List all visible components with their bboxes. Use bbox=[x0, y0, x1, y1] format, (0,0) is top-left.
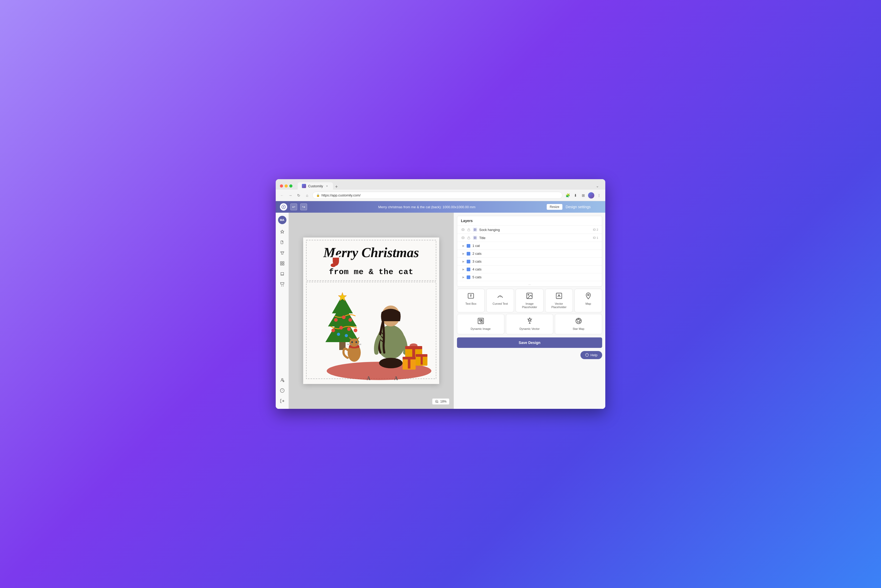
grid-icon[interactable] bbox=[278, 259, 287, 268]
undo-button[interactable]: ↩ bbox=[290, 204, 297, 210]
design-title: Merry christmas from me & the cat (back)… bbox=[310, 205, 543, 209]
tab-favicon bbox=[302, 184, 306, 188]
visibility-eye-icon-title[interactable] bbox=[461, 236, 465, 240]
svg-point-64 bbox=[461, 229, 465, 231]
svg-rect-82 bbox=[481, 321, 482, 322]
layer-item-1cat[interactable]: ▶ 1 cat bbox=[457, 242, 602, 250]
layer-item-sock-hanging[interactable]: Sock hanging ID 2 bbox=[457, 226, 602, 234]
svg-rect-62 bbox=[408, 357, 410, 369]
menu-icon[interactable]: ⋮ bbox=[596, 192, 602, 198]
expand-chevron-5cats[interactable]: ▶ bbox=[462, 276, 465, 279]
help-button-icon bbox=[585, 353, 589, 357]
dynamic-image-tool[interactable]: Dynamic Image bbox=[457, 314, 504, 334]
help-button[interactable]: Help bbox=[581, 351, 602, 359]
layer-name-3cats: 3 cats bbox=[473, 260, 598, 263]
star-map-icon bbox=[575, 317, 582, 326]
back-button[interactable]: ← bbox=[279, 192, 285, 198]
svg-rect-59 bbox=[420, 354, 423, 364]
minimize-traffic-light[interactable] bbox=[285, 184, 288, 188]
url-input[interactable] bbox=[321, 193, 558, 197]
layer-item-5cats[interactable]: ▶ 5 cats bbox=[457, 273, 602, 281]
user-avatar[interactable]: MA bbox=[278, 216, 287, 224]
close-traffic-light[interactable] bbox=[280, 184, 283, 188]
layer-name-5cats: 5 cats bbox=[473, 275, 598, 279]
svg-point-52 bbox=[379, 358, 402, 368]
lock-icon-title[interactable] bbox=[467, 236, 471, 240]
extensions-icon[interactable]: 🧩 bbox=[564, 192, 571, 198]
map-tool[interactable]: Map bbox=[575, 289, 602, 312]
app-container: ↩ ↪ Merry christmas from me & the cat (b… bbox=[276, 201, 605, 409]
svg-text:from me & the cat: from me & the cat bbox=[329, 268, 413, 276]
shop-icon[interactable] bbox=[278, 280, 287, 289]
lock-icon[interactable] bbox=[467, 228, 471, 232]
expand-chevron-4cats[interactable]: ▶ bbox=[462, 268, 465, 271]
refresh-button[interactable]: ↻ bbox=[296, 192, 302, 198]
folder-icon-3cats bbox=[467, 260, 470, 263]
layer-item-3cats[interactable]: ▶ 3 cats bbox=[457, 258, 602, 266]
layer-name-4cats: 4 cats bbox=[473, 267, 598, 271]
map-label: Map bbox=[585, 302, 591, 306]
svg-text:T: T bbox=[500, 296, 501, 298]
app-topbar: ↩ ↪ Merry christmas from me & the cat (b… bbox=[276, 201, 605, 213]
svg-line-90 bbox=[577, 319, 579, 320]
browser-toolbar-right: 🧩 ⬇ ⊞ ⋮ bbox=[564, 192, 602, 198]
help-circle-icon[interactable] bbox=[278, 386, 287, 395]
svg-point-7 bbox=[283, 286, 284, 286]
layer-item-2cats[interactable]: ▶ 2 cats bbox=[457, 250, 602, 258]
svg-point-40 bbox=[350, 339, 359, 347]
dynamic-image-icon bbox=[477, 317, 485, 326]
svg-rect-5 bbox=[282, 264, 284, 265]
help-btn-container: Help bbox=[454, 351, 605, 362]
map-icon bbox=[585, 292, 592, 300]
curved-text-tool[interactable]: T Curved Text bbox=[486, 289, 514, 312]
home-button[interactable]: ⌂ bbox=[304, 192, 310, 198]
svg-point-65 bbox=[462, 229, 464, 230]
image-placeholder-tool[interactable]: Image Placeholder bbox=[516, 289, 543, 312]
svg-point-8 bbox=[281, 378, 283, 380]
expand-chevron-2cats[interactable]: ▶ bbox=[462, 252, 465, 255]
layer-image-icon-title bbox=[473, 236, 477, 240]
user-settings-icon[interactable] bbox=[278, 375, 287, 385]
profile-avatar[interactable] bbox=[588, 192, 594, 198]
dynamic-vector-tool[interactable]: Dynamic Vector bbox=[506, 314, 553, 334]
book-icon[interactable] bbox=[278, 269, 287, 279]
text-box-label: Text Box bbox=[465, 302, 476, 306]
svg-point-43 bbox=[351, 341, 353, 343]
maximize-traffic-light[interactable] bbox=[289, 184, 293, 188]
redo-button[interactable]: ↪ bbox=[300, 204, 307, 210]
split-screen-icon[interactable]: ⊞ bbox=[580, 192, 587, 198]
text-box-tool[interactable]: Text Box bbox=[457, 289, 485, 312]
svg-point-56 bbox=[410, 344, 417, 348]
browser-window: Customily × + ⌄ ← → ↻ ⌂ 🔒 🧩 ⬇ ⊞ ⋮ bbox=[276, 179, 605, 409]
forward-button[interactable]: → bbox=[287, 192, 294, 198]
expand-chevron-3cats[interactable]: ▶ bbox=[462, 260, 465, 263]
svg-point-44 bbox=[356, 341, 357, 343]
resize-button[interactable]: Resize bbox=[547, 204, 563, 210]
svg-point-28 bbox=[334, 318, 338, 322]
zoom-level: 18% bbox=[440, 400, 447, 404]
canvas-wrapper[interactable]: Merry Christmas bbox=[303, 237, 439, 384]
vector-placeholder-tool[interactable]: Vector Placeholder bbox=[545, 289, 573, 312]
layer-name-1cat: 1 cat bbox=[473, 244, 598, 248]
active-tab[interactable]: Customily × bbox=[298, 182, 333, 190]
svg-point-9 bbox=[283, 381, 284, 382]
zoom-indicator: 18% bbox=[432, 398, 449, 405]
tab-close-button[interactable]: × bbox=[325, 184, 329, 188]
rocket-icon[interactable] bbox=[278, 227, 287, 237]
file-icon[interactable] bbox=[278, 238, 287, 247]
zoom-icon bbox=[435, 400, 439, 404]
save-design-button[interactable]: Save Design bbox=[457, 338, 602, 348]
folder-icon-4cats bbox=[467, 268, 470, 271]
svg-rect-4 bbox=[281, 264, 282, 265]
tab-title: Customily bbox=[308, 184, 323, 188]
visibility-eye-icon[interactable] bbox=[461, 228, 465, 232]
star-map-tool[interactable]: Star Map bbox=[555, 314, 602, 334]
expand-chevron-1cat[interactable]: ▶ bbox=[462, 244, 465, 248]
tshirt-icon[interactable] bbox=[278, 248, 287, 258]
tools-row2: Dynamic Image Dynamic Vector bbox=[457, 314, 602, 334]
layer-item-4cats[interactable]: ▶ 4 cats bbox=[457, 266, 602, 273]
download-icon[interactable]: ⬇ bbox=[572, 192, 579, 198]
logout-icon[interactable] bbox=[278, 396, 287, 406]
layer-item-title[interactable]: Title ID 1 bbox=[457, 234, 602, 242]
new-tab-button[interactable]: + bbox=[333, 184, 340, 190]
